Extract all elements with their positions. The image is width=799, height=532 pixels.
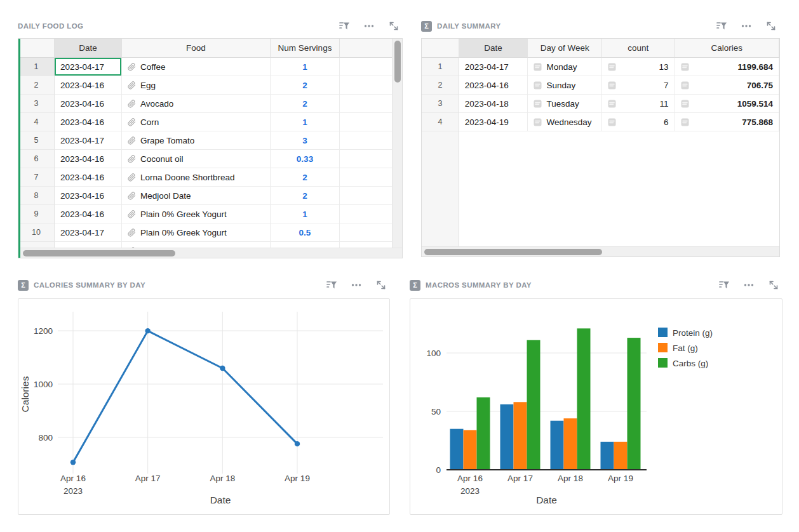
expand-icon[interactable] (765, 20, 777, 32)
date-cell[interactable]: 2023-04-16 (55, 187, 122, 205)
calories-cell[interactable]: 706.75 (675, 76, 779, 95)
row-number[interactable]: 1 (422, 58, 459, 76)
overflow-cell[interactable] (340, 76, 393, 95)
row-number[interactable]: 1 (18, 58, 55, 76)
servings-cell[interactable]: 0.33 (271, 150, 340, 168)
row-number-header[interactable] (18, 39, 55, 58)
count-cell[interactable]: 13 (602, 58, 675, 76)
bar-fat-g-[interactable] (614, 442, 628, 470)
overflow-cell[interactable] (340, 131, 393, 150)
servings-cell[interactable]: 2 (271, 95, 340, 113)
horizontal-scrollbar[interactable] (18, 248, 402, 258)
servings-cell[interactable]: 1 (271, 113, 340, 131)
calories-cell[interactable]: 1199.684 (675, 58, 779, 76)
column-header[interactable] (340, 39, 393, 58)
row-number[interactable]: 4 (18, 113, 55, 131)
calories-cell[interactable]: 775.868 (675, 113, 779, 131)
vertical-scrollbar-thumb[interactable] (394, 41, 401, 83)
legend-swatch[interactable] (658, 328, 668, 337)
bar-fat-g-[interactable] (464, 430, 477, 470)
bar-fat-g-[interactable] (564, 418, 577, 470)
more-options-icon[interactable] (363, 20, 375, 32)
food-cell[interactable]: Coffee (122, 58, 271, 76)
filter-sort-icon[interactable] (718, 279, 730, 291)
row-number-header[interactable] (422, 39, 459, 58)
calories-line-chart[interactable]: 80010001200Apr 162023Apr 17Apr 18Apr 19D… (18, 299, 391, 515)
overflow-cell[interactable] (340, 95, 393, 113)
legend-label[interactable]: Protein (g) (673, 328, 713, 338)
date-cell[interactable]: 2023-04-17 (459, 58, 528, 76)
date-cell[interactable]: 2023-04-17 (55, 131, 122, 150)
servings-cell[interactable]: 2 (271, 187, 340, 205)
data-point[interactable] (145, 328, 150, 333)
count-cell[interactable]: 7 (602, 76, 675, 95)
date-cell[interactable]: 2023-04-16 (55, 168, 122, 187)
macros-bar-chart[interactable]: 050100Apr 162023Apr 17Apr 18Apr 19DatePr… (410, 299, 783, 515)
legend-label[interactable]: Fat (g) (673, 343, 698, 353)
day-of-week-cell[interactable]: Sunday (528, 76, 602, 95)
row-number[interactable]: 10 (18, 223, 55, 242)
horizontal-scrollbar[interactable] (422, 246, 779, 256)
bar-carbs-g-[interactable] (477, 397, 490, 470)
date-cell[interactable]: 2023-04-16 (55, 205, 122, 223)
row-number[interactable]: 7 (18, 168, 55, 187)
overflow-cell[interactable] (340, 168, 393, 187)
date-cell[interactable]: 2023-04-19 (459, 113, 528, 131)
horizontal-scrollbar-thumb[interactable] (424, 249, 602, 255)
food-cell[interactable]: Plain 0% Greek Yogurt (122, 205, 271, 223)
food-cell[interactable]: Medjool Date (122, 187, 271, 205)
servings-cell[interactable]: 2 (271, 168, 340, 187)
servings-cell[interactable]: 2 (271, 76, 340, 95)
date-cell[interactable]: 2023-04-16 (55, 95, 122, 113)
expand-icon[interactable] (375, 279, 387, 291)
row-number[interactable]: 2 (422, 76, 459, 95)
food-cell[interactable]: Lorna Doone Shortbread (122, 168, 271, 187)
row-number[interactable]: 5 (18, 131, 55, 150)
overflow-cell[interactable] (340, 187, 393, 205)
more-options-icon[interactable] (741, 20, 752, 32)
count-cell[interactable]: 11 (602, 95, 675, 113)
food-cell[interactable]: Egg (122, 76, 271, 95)
more-options-icon[interactable] (743, 279, 755, 291)
row-number[interactable]: 4 (422, 113, 459, 131)
date-cell[interactable]: 2023-04-16 (55, 113, 122, 131)
bar-protein-g-[interactable] (450, 429, 464, 470)
bar-fat-g-[interactable] (514, 402, 527, 470)
overflow-cell[interactable] (340, 205, 393, 223)
row-number[interactable]: 2 (18, 76, 55, 95)
data-point[interactable] (295, 441, 300, 446)
column-header[interactable]: Num Servings (271, 39, 340, 58)
legend-swatch[interactable] (658, 358, 668, 368)
data-point[interactable] (70, 460, 76, 465)
row-number[interactable]: 6 (18, 150, 55, 168)
date-cell[interactable]: 2023-04-16 (459, 76, 528, 95)
overflow-cell[interactable] (340, 58, 393, 76)
food-cell[interactable]: Plain 0% Greek Yogurt (122, 223, 271, 242)
bar-protein-g-[interactable] (551, 421, 564, 470)
filter-sort-icon[interactable] (339, 20, 350, 32)
data-point[interactable] (220, 366, 225, 371)
bar-carbs-g-[interactable] (628, 338, 641, 470)
bar-protein-g-[interactable] (601, 442, 614, 470)
row-number[interactable]: 8 (18, 187, 55, 205)
calories-cell[interactable]: 1059.514 (675, 95, 779, 113)
day-of-week-cell[interactable]: Monday (528, 58, 602, 76)
food-cell[interactable]: Avocado (122, 95, 271, 113)
date-cell[interactable]: 2023-04-18 (459, 95, 528, 113)
column-header[interactable]: Day of Week (528, 39, 602, 58)
column-header[interactable]: Date (459, 39, 528, 58)
food-cell[interactable]: Coconut oil (122, 150, 271, 168)
column-header[interactable]: Date (55, 39, 122, 58)
calories-line[interactable] (73, 331, 297, 462)
legend-label[interactable]: Carbs (g) (673, 359, 708, 368)
bar-carbs-g-[interactable] (577, 328, 591, 470)
date-cell[interactable]: 2023-04-17 (55, 58, 122, 76)
food-cell[interactable]: Grape Tomato (122, 131, 271, 150)
row-number[interactable]: 9 (18, 205, 55, 223)
servings-cell[interactable]: 1 (271, 58, 340, 76)
overflow-cell[interactable] (340, 113, 393, 131)
servings-cell[interactable]: 0.5 (271, 223, 340, 242)
day-of-week-cell[interactable]: Wednesday (528, 113, 602, 131)
date-cell[interactable]: 2023-04-16 (55, 76, 122, 95)
more-options-icon[interactable] (351, 279, 362, 291)
